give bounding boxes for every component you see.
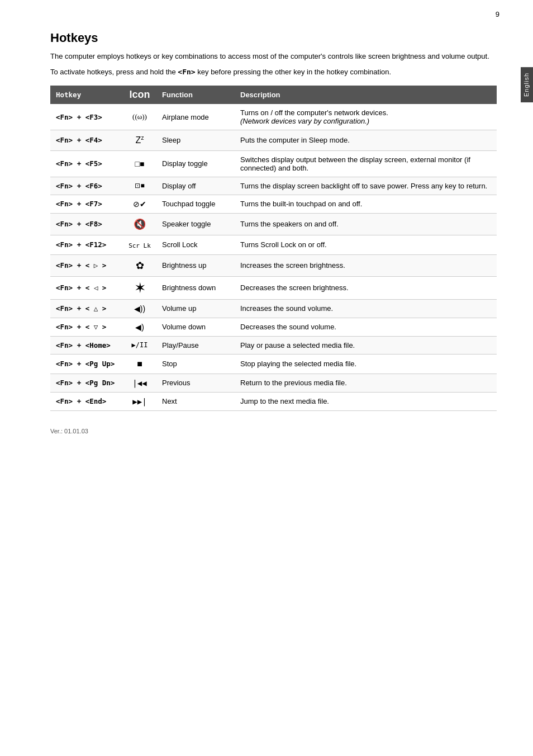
table-row: <Fn> + <F3>((ω))Airplane modeTurns on / … <box>50 104 497 130</box>
col-header-function: Function <box>156 86 235 104</box>
cell-icon: Zz <box>123 130 156 150</box>
cell-description: Jump to the next media file. <box>235 392 497 410</box>
cell-description: Turns on / off the computer's network de… <box>235 104 497 130</box>
page-number: 9 <box>496 10 499 18</box>
table-row: <Fn> + <F5>□■Display toggleSwitches disp… <box>50 150 497 177</box>
col-header-hotkey: Hotkey <box>50 86 123 104</box>
cell-hotkey: <Fn> + <Home> <box>50 336 123 354</box>
cell-icon: ✿ <box>123 254 156 276</box>
cell-description: Return to the previous media file. <box>235 374 497 392</box>
cell-description: Decreases the screen brightness. <box>235 276 497 299</box>
cell-function: Display off <box>156 177 235 195</box>
language-tab: English <box>521 67 533 102</box>
cell-function: Stop <box>156 354 235 374</box>
cell-icon: ⊡■ <box>123 177 156 195</box>
table-row: <Fn> + <F4>ZzSleepPuts the computer in S… <box>50 130 497 150</box>
cell-function: Display toggle <box>156 150 235 177</box>
table-row: <Fn> + <Pg Dn>|◀◀PreviousReturn to the p… <box>50 374 497 392</box>
cell-description: Turns the built-in touchpad on and off. <box>235 195 497 213</box>
cell-function: Touchpad toggle <box>156 195 235 213</box>
intro-paragraph-2: To activate hotkeys, press and hold the … <box>50 67 497 78</box>
cell-icon: |◀◀ <box>123 374 156 392</box>
cell-function: Play/Pause <box>156 336 235 354</box>
col-header-icon: Icon <box>123 86 156 104</box>
cell-hotkey: <Fn> + < △ > <box>50 299 123 318</box>
cell-function: Sleep <box>156 130 235 150</box>
cell-icon: Scr Lk <box>123 235 156 254</box>
table-row: <Fn> + < ◁ >✶Brightness downDecreases th… <box>50 276 497 299</box>
col-header-description: Description <box>235 86 497 104</box>
cell-hotkey: <Fn> + <F4> <box>50 130 123 150</box>
table-row: <Fn> + < ▽ >◀)Volume downDecreases the s… <box>50 318 497 336</box>
cell-function: Scroll Lock <box>156 235 235 254</box>
table-row: <Fn> + < ▷ >✿Brightness upIncreases the … <box>50 254 497 276</box>
cell-icon: □■ <box>123 150 156 177</box>
cell-icon: ◀)) <box>123 299 156 318</box>
cell-hotkey: <Fn> + <F3> <box>50 104 123 130</box>
cell-hotkey: <Fn> + <F6> <box>50 177 123 195</box>
table-row: <Fn> + <Home>▶/IIPlay/PausePlay or pause… <box>50 336 497 354</box>
hotkeys-table: Hotkey Icon Function Description <Fn> + … <box>50 86 497 410</box>
cell-function: Volume up <box>156 299 235 318</box>
cell-icon: ⊘✔ <box>123 195 156 213</box>
table-row: <Fn> + <F6>⊡■Display offTurns the displa… <box>50 177 497 195</box>
cell-hotkey: <Fn> + < ◁ > <box>50 276 123 299</box>
page-title: Hotkeys <box>50 31 497 45</box>
cell-description: Puts the computer in Sleep mode. <box>235 130 497 150</box>
cell-function: Airplane mode <box>156 104 235 130</box>
table-row: <Fn> + <F12>Scr LkScroll LockTurns Scrol… <box>50 235 497 254</box>
cell-function: Brightness down <box>156 276 235 299</box>
table-row: <Fn> + <Pg Up>■StopStop playing the sele… <box>50 354 497 374</box>
cell-icon: ((ω)) <box>123 104 156 130</box>
fn-key-highlight: <Fn> <box>178 68 195 76</box>
cell-description: Turns Scroll Lock on or off. <box>235 235 497 254</box>
cell-description: Switches display output between the disp… <box>235 150 497 177</box>
cell-icon: ■ <box>123 354 156 374</box>
cell-description: Decreases the sound volume. <box>235 318 497 336</box>
cell-icon: 🔇 <box>123 213 156 235</box>
cell-hotkey: <Fn> + < ▽ > <box>50 318 123 336</box>
table-header-row: Hotkey Icon Function Description <box>50 86 497 104</box>
table-row: <Fn> + <End>▶▶|NextJump to the next medi… <box>50 392 497 410</box>
main-content: Hotkeys The computer employs hotkeys or … <box>50 31 497 434</box>
intro-paragraph-1: The computer employs hotkeys or key comb… <box>50 51 497 62</box>
cell-function: Previous <box>156 374 235 392</box>
cell-function: Next <box>156 392 235 410</box>
cell-description: Stop playing the selected media file. <box>235 354 497 374</box>
cell-hotkey: <Fn> + <Pg Up> <box>50 354 123 374</box>
cell-description: Turns the speakers on and off. <box>235 213 497 235</box>
cell-hotkey: <Fn> + <F8> <box>50 213 123 235</box>
cell-hotkey: <Fn> + <F5> <box>50 150 123 177</box>
cell-description: Play or pause a selected media file. <box>235 336 497 354</box>
table-row: <Fn> + < △ >◀))Volume upIncreases the so… <box>50 299 497 318</box>
table-row: <Fn> + <F8>🔇Speaker toggleTurns the spea… <box>50 213 497 235</box>
cell-function: Brightness up <box>156 254 235 276</box>
cell-hotkey: <Fn> + < ▷ > <box>50 254 123 276</box>
table-row: <Fn> + <F7>⊘✔Touchpad toggleTurns the bu… <box>50 195 497 213</box>
cell-icon: ◀) <box>123 318 156 336</box>
cell-icon: ▶/II <box>123 336 156 354</box>
cell-hotkey: <Fn> + <Pg Dn> <box>50 374 123 392</box>
version-text: Ver.: 01.01.03 <box>50 428 497 434</box>
cell-function: Volume down <box>156 318 235 336</box>
cell-icon: ▶▶| <box>123 392 156 410</box>
cell-hotkey: <Fn> + <F7> <box>50 195 123 213</box>
cell-description: Increases the sound volume. <box>235 299 497 318</box>
cell-hotkey: <Fn> + <End> <box>50 392 123 410</box>
cell-hotkey: <Fn> + <F12> <box>50 235 123 254</box>
cell-icon: ✶ <box>123 276 156 299</box>
cell-function: Speaker toggle <box>156 213 235 235</box>
cell-description: Turns the display screen backlight off t… <box>235 177 497 195</box>
cell-description: Increases the screen brightness. <box>235 254 497 276</box>
